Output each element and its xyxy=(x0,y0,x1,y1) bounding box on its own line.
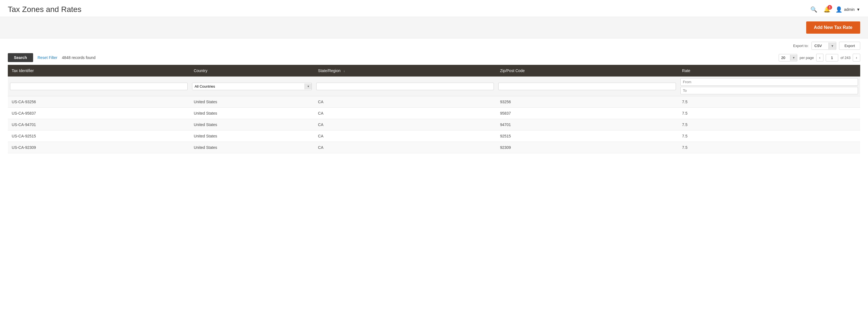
col-zip-label: Zip/Post Code xyxy=(500,68,525,73)
search-icon: 🔍 xyxy=(810,6,817,12)
table-row[interactable]: US-CA-93256 United States CA 93256 7.5 xyxy=(8,96,860,108)
export-label: Export to: xyxy=(793,44,809,48)
table-header-row: Tax Identifier Country State/Region ↓ Zi… xyxy=(8,65,860,76)
per-page-label: per page xyxy=(800,56,814,60)
cell-tax-identifier: US-CA-95837 xyxy=(8,108,190,119)
col-country-label: Country xyxy=(194,68,207,73)
records-count: 4848 records found xyxy=(62,55,95,60)
table-row[interactable]: US-CA-92309 United States CA 92309 7.5 xyxy=(8,142,860,153)
cell-state-region: CA xyxy=(314,131,496,142)
filter-rate-cell xyxy=(678,76,860,96)
table-row[interactable]: US-CA-92515 United States CA 92515 7.5 xyxy=(8,131,860,142)
col-rate: Rate xyxy=(678,65,860,76)
col-country: Country xyxy=(190,65,314,76)
export-button[interactable]: Export xyxy=(839,42,860,50)
filter-row-right: 20 50 100 ▼ per page ‹ of 243 › xyxy=(779,54,860,62)
filter-state-region-input[interactable] xyxy=(316,82,494,90)
cell-tax-identifier: US-CA-92515 xyxy=(8,131,190,142)
filter-zip-input[interactable] xyxy=(498,82,676,90)
cell-state-region: CA xyxy=(314,108,496,119)
filter-rate-to-input[interactable] xyxy=(680,87,858,94)
cell-zip: 92515 xyxy=(496,131,678,142)
filter-rate-inputs xyxy=(680,78,858,94)
filter-country-select[interactable]: All Countries United States Canada xyxy=(192,83,305,90)
prev-page-button[interactable]: ‹ xyxy=(816,54,824,62)
user-caret-icon: ▼ xyxy=(856,7,860,12)
export-format-select[interactable]: CSV XML Excel xyxy=(812,42,829,50)
cell-zip: 95837 xyxy=(496,108,678,119)
cell-rate: 7.5 xyxy=(678,131,860,142)
export-format-select-wrap: CSV XML Excel ▼ xyxy=(811,42,837,50)
filter-tax-identifier-cell xyxy=(8,76,190,96)
per-page-arrow-icon: ▼ xyxy=(790,55,797,61)
state-region-sort-icon: ↓ xyxy=(343,69,345,73)
cell-country: United States xyxy=(190,108,314,119)
cell-zip: 93256 xyxy=(496,96,678,108)
cell-country: United States xyxy=(190,131,314,142)
per-page-select[interactable]: 20 50 100 xyxy=(779,54,790,61)
col-rate-label: Rate xyxy=(682,68,690,73)
next-page-button[interactable]: › xyxy=(853,54,860,62)
filter-state-region-cell xyxy=(314,76,496,96)
notification-button[interactable]: 🔔 1 xyxy=(824,6,830,13)
col-tax-identifier: Tax Identifier xyxy=(8,65,190,76)
cell-country: United States xyxy=(190,96,314,108)
cell-rate: 7.5 xyxy=(678,119,860,131)
per-page-select-wrap: 20 50 100 ▼ xyxy=(779,54,797,62)
user-name: admin xyxy=(844,7,855,12)
search-button[interactable]: Search xyxy=(8,53,33,62)
cell-tax-identifier: US-CA-92309 xyxy=(8,142,190,153)
reset-filter-button[interactable]: Reset Filter xyxy=(38,55,58,60)
cell-zip: 94701 xyxy=(496,119,678,131)
filter-country-arrow-icon: ▼ xyxy=(305,84,311,89)
notification-badge: 1 xyxy=(827,5,832,10)
user-icon: 👤 xyxy=(835,6,842,13)
col-state-region[interactable]: State/Region ↓ xyxy=(314,65,496,76)
header-actions: 🔍 🔔 1 👤 admin ▼ xyxy=(809,5,860,14)
filter-inputs-row: All Countries United States Canada ▼ xyxy=(8,76,860,96)
filter-tax-identifier-input[interactable] xyxy=(10,82,188,90)
table-row[interactable]: US-CA-95837 United States CA 95837 7.5 xyxy=(8,108,860,119)
cell-state-region: CA xyxy=(314,142,496,153)
cell-rate: 7.5 xyxy=(678,108,860,119)
table-row[interactable]: US-CA-94701 United States CA 94701 7.5 xyxy=(8,119,860,131)
cell-rate: 7.5 xyxy=(678,96,860,108)
controls-row: Export to: CSV XML Excel ▼ Export xyxy=(0,38,868,52)
filter-country-cell: All Countries United States Canada ▼ xyxy=(190,76,314,96)
filter-row: Search Reset Filter 4848 records found 2… xyxy=(0,52,868,65)
cell-state-region: CA xyxy=(314,96,496,108)
table-wrap: Tax Identifier Country State/Region ↓ Zi… xyxy=(0,65,868,161)
col-state-region-label: State/Region xyxy=(318,68,340,73)
cell-zip: 92309 xyxy=(496,142,678,153)
add-new-tax-rate-button[interactable]: Add New Tax Rate xyxy=(806,22,860,34)
total-pages-label: of 243 xyxy=(840,56,850,60)
cell-country: United States xyxy=(190,119,314,131)
filter-country-select-wrap: All Countries United States Canada ▼ xyxy=(192,82,312,90)
toolbar-bar: Add New Tax Rate xyxy=(0,17,868,38)
col-zip-post-code: Zip/Post Code xyxy=(496,65,678,76)
cell-tax-identifier: US-CA-94701 xyxy=(8,119,190,131)
search-icon-button[interactable]: 🔍 xyxy=(809,5,818,14)
export-select-arrow-icon: ▼ xyxy=(829,42,836,49)
header: Tax Zones and Rates 🔍 🔔 1 👤 admin ▼ xyxy=(0,0,868,17)
col-tax-identifier-label: Tax Identifier xyxy=(12,68,34,73)
tax-rates-table: Tax Identifier Country State/Region ↓ Zi… xyxy=(8,65,860,153)
cell-country: United States xyxy=(190,142,314,153)
cell-rate: 7.5 xyxy=(678,142,860,153)
filter-rate-from-input[interactable] xyxy=(680,78,858,86)
cell-tax-identifier: US-CA-93256 xyxy=(8,96,190,108)
current-page-input[interactable] xyxy=(826,54,838,62)
page-title: Tax Zones and Rates xyxy=(8,5,82,14)
user-menu-button[interactable]: 👤 admin ▼ xyxy=(835,6,860,13)
cell-state-region: CA xyxy=(314,119,496,131)
filter-zip-cell xyxy=(496,76,678,96)
